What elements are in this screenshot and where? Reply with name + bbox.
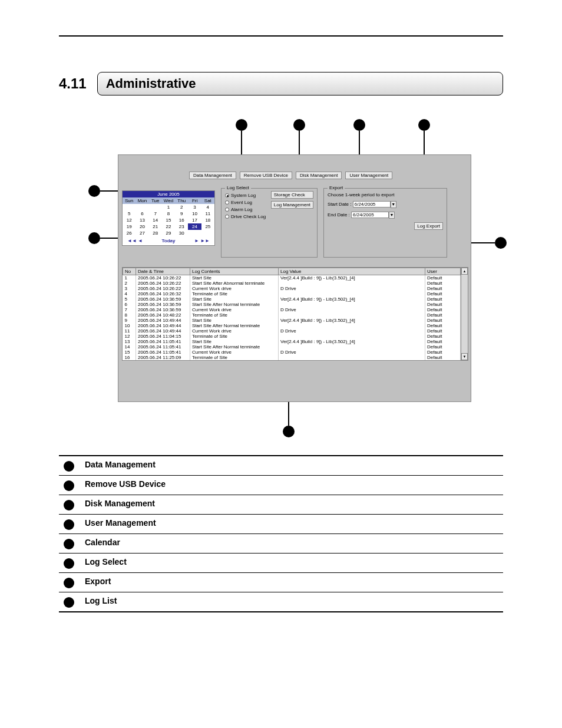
legend-item: Disk Management xyxy=(59,495,503,515)
bullet-icon xyxy=(64,500,74,510)
calendar-day[interactable]: 12 xyxy=(123,217,135,223)
bullet-icon xyxy=(64,539,74,549)
calendar-day[interactable]: 10 xyxy=(188,210,201,217)
callout-legend: Data ManagementRemove USB DeviceDisk Man… xyxy=(59,455,503,612)
radio-alarm-log[interactable]: Alarm Log xyxy=(225,207,269,212)
table-row[interactable]: 92005.06.24 10:49:44Start SiteVer[2.4.4 … xyxy=(123,318,468,323)
calendar-day[interactable]: 25 xyxy=(201,223,214,230)
calendar-day[interactable] xyxy=(201,230,214,236)
table-row[interactable]: 122005.06.24 11:04:15Terminate of SiteDe… xyxy=(123,334,468,339)
storage-check-button[interactable]: Storage Check xyxy=(271,191,313,199)
col-datetime[interactable]: Date & Time xyxy=(136,268,190,275)
export-hint: Choose 1-week period to export xyxy=(328,192,443,197)
calendar[interactable]: June 2005 SunMonTueWedThuFriSat 12345678… xyxy=(122,190,215,246)
calendar-nav[interactable]: ◄◄ ◄ Today ► ►► xyxy=(123,236,214,245)
bullet-icon xyxy=(64,480,74,491)
end-date-label: End Date : xyxy=(328,212,350,218)
table-row[interactable]: 12005.06.24 10:26:22Start SiteVer[2.4.4 … xyxy=(123,275,468,281)
table-row[interactable]: 72005.06.24 10:36:59Current Work driveD … xyxy=(123,307,468,312)
start-date-field[interactable]: 6/24/2005 xyxy=(353,201,391,207)
calendar-day[interactable] xyxy=(188,230,201,236)
col-no[interactable]: No xyxy=(123,268,136,275)
table-row[interactable]: 42005.06.24 10:26:32Terminate of SiteDef… xyxy=(123,291,468,297)
legend-item: Data Management xyxy=(59,456,503,476)
radio-drive-check-log[interactable]: Drive Check Log xyxy=(225,214,269,219)
calendar-day[interactable]: 8 xyxy=(162,210,175,217)
legend-label: Data Management xyxy=(85,460,156,469)
log-select-group: Log Select System Log Event Log Alarm Lo… xyxy=(221,188,318,258)
scroll-up-icon[interactable]: ▲ xyxy=(461,268,468,275)
calendar-day[interactable]: 26 xyxy=(123,230,135,236)
calendar-day[interactable]: 9 xyxy=(175,210,188,217)
col-contents[interactable]: Log Contents xyxy=(190,268,279,275)
cal-next-icon[interactable]: ► ►► xyxy=(194,238,210,243)
table-row[interactable]: 112005.06.24 10:49:44Current Work driveD… xyxy=(123,328,468,334)
calendar-day[interactable]: 2 xyxy=(175,204,188,210)
calendar-day[interactable]: 17 xyxy=(188,217,201,223)
calendar-day[interactable]: 30 xyxy=(175,230,188,236)
calendar-day[interactable]: 23 xyxy=(175,223,188,230)
legend-item: Log List xyxy=(59,592,503,612)
calendar-title: June 2005 xyxy=(123,191,214,197)
legend-label: User Management xyxy=(85,518,156,528)
col-user[interactable]: User xyxy=(425,268,461,275)
table-row[interactable]: 102005.06.24 10:49:44Start Site After No… xyxy=(123,323,468,328)
calendar-day[interactable]: 29 xyxy=(162,230,175,236)
calendar-day[interactable] xyxy=(123,204,135,210)
table-row[interactable]: 152005.06.24 11:05:41Current Work driveD… xyxy=(123,350,468,355)
calendar-day[interactable]: 24 xyxy=(188,223,201,230)
tab-remove-usb[interactable]: Remove USB Device xyxy=(240,172,292,179)
calendar-day[interactable]: 16 xyxy=(175,217,188,223)
legend-item: User Management xyxy=(59,515,503,534)
table-row[interactable]: 132005.06.24 11:05:41Start SiteVer[2.4.4… xyxy=(123,339,468,344)
calendar-day[interactable]: 5 xyxy=(123,210,135,217)
cal-prev-icon[interactable]: ◄◄ ◄ xyxy=(127,238,143,243)
calendar-day[interactable]: 11 xyxy=(201,210,214,217)
dropdown-icon[interactable]: ▼ xyxy=(389,212,395,219)
calendar-day[interactable]: 22 xyxy=(162,223,175,230)
calendar-day[interactable]: 14 xyxy=(149,217,162,223)
log-management-button[interactable]: Log Management xyxy=(271,201,313,209)
scroll-down-icon[interactable]: ▼ xyxy=(461,353,468,360)
scrollbar[interactable]: ▲ ▼ xyxy=(461,268,468,360)
calendar-day[interactable]: 27 xyxy=(135,230,148,236)
dropdown-icon[interactable]: ▼ xyxy=(391,201,396,208)
table-row[interactable]: 52005.06.24 10:36:59Start SiteVer[2.4.4 … xyxy=(123,297,468,302)
table-row[interactable]: 82005.06.24 10:48:22Terminate of SiteDef… xyxy=(123,312,468,318)
calendar-today-button[interactable]: Today xyxy=(162,238,176,243)
section-title: Administrative xyxy=(97,72,503,95)
calendar-day[interactable]: 4 xyxy=(201,204,214,210)
tab-data-management[interactable]: Data Management xyxy=(189,172,236,179)
calendar-day[interactable]: 3 xyxy=(188,204,201,210)
log-export-button[interactable]: Log Export xyxy=(414,222,443,230)
table-row[interactable]: 32005.06.24 10:26:22Current Work driveD … xyxy=(123,286,468,291)
table-row[interactable]: 162005.06.24 11:25:09Terminate of SiteDe… xyxy=(123,355,468,360)
calendar-day[interactable]: 7 xyxy=(149,210,162,217)
calendar-day[interactable]: 19 xyxy=(123,223,135,230)
legend-label: Disk Management xyxy=(85,499,155,508)
radio-event-log[interactable]: Event Log xyxy=(225,200,269,205)
log-list-table: No Date & Time Log Contents Log Value Us… xyxy=(122,267,468,361)
legend-label: Log Select xyxy=(85,557,127,566)
end-date-field[interactable]: 6/24/2005 xyxy=(351,212,389,218)
calendar-day[interactable]: 20 xyxy=(135,223,148,230)
calendar-day[interactable]: 21 xyxy=(149,223,162,230)
calendar-day[interactable]: 18 xyxy=(201,217,214,223)
tab-user-management[interactable]: User Management xyxy=(345,172,392,179)
calendar-day[interactable] xyxy=(135,204,148,210)
calendar-day[interactable] xyxy=(149,204,162,210)
table-row[interactable]: 142005.06.24 11:05:41Start Site After No… xyxy=(123,344,468,350)
bullet-icon xyxy=(64,558,74,569)
calendar-day[interactable]: 13 xyxy=(135,217,148,223)
table-row[interactable]: 62005.06.24 10:36:59Start Site After Nor… xyxy=(123,302,468,307)
calendar-day[interactable]: 6 xyxy=(135,210,148,217)
calendar-day[interactable]: 1 xyxy=(162,204,175,210)
calendar-day[interactable]: 15 xyxy=(162,217,175,223)
col-value[interactable]: Log Value xyxy=(279,268,425,275)
calendar-day[interactable]: 28 xyxy=(149,230,162,236)
calendar-weekday-header: SunMonTueWedThuFriSat xyxy=(123,197,214,204)
tab-disk-management[interactable]: Disk Management xyxy=(296,172,342,179)
legend-item: Remove USB Device xyxy=(59,476,503,495)
table-row[interactable]: 22005.06.24 10:26:22Start Site After Abn… xyxy=(123,281,468,286)
radio-system-log[interactable]: System Log xyxy=(225,193,269,198)
